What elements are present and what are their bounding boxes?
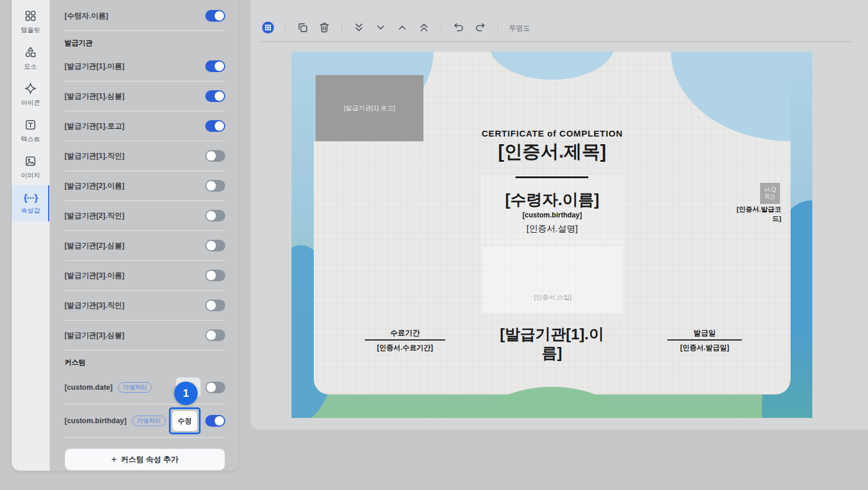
add-custom-attribute-button[interactable]: + 커스텀 속성 추가	[65, 448, 225, 471]
certificate-eyebrow[interactable]: CERTIFICATE of COMPLETION	[314, 128, 791, 138]
toggle-knob	[206, 271, 216, 280]
double-chevron-down-button[interactable]	[351, 20, 367, 36]
double-chevron-down-icon	[352, 21, 365, 36]
attribute-row: [발급기관[1].이름]	[65, 52, 225, 81]
annotation-highlight-box: 수정	[169, 407, 201, 434]
visibility-toggle[interactable]	[205, 60, 225, 72]
sidebar-item-templates[interactable]: 템플릿	[12, 4, 49, 40]
birthday-placeholder[interactable]: [custom.birthday]	[314, 211, 791, 219]
nav-rail: 템플릿요소아이콘텍스트이미지{···}속성값	[12, 0, 50, 471]
toggle-knob	[215, 91, 224, 101]
sidebar-item-images[interactable]: 이미지	[12, 149, 49, 185]
visibility-toggle[interactable]	[205, 10, 225, 22]
visibility-toggle[interactable]	[205, 180, 225, 192]
visibility-toggle[interactable]	[205, 300, 225, 311]
attribute-row: [수령자.이름]	[65, 1, 225, 31]
visibility-toggle[interactable]	[205, 90, 225, 102]
sidebar-item-label: 텍스트	[21, 135, 40, 144]
visibility-toggle[interactable]	[205, 240, 225, 251]
double-chevron-up-button[interactable]	[416, 20, 432, 36]
chevron-down-icon	[374, 21, 387, 36]
visibility-toggle[interactable]	[205, 382, 225, 393]
sidebar-item-label: 아이콘	[21, 98, 40, 107]
redo-icon	[474, 21, 487, 36]
chevron-up-button[interactable]	[394, 20, 411, 36]
undo-icon	[452, 21, 465, 36]
attribute-label: [발급기관[1].이름]	[65, 62, 124, 72]
plus-icon: +	[111, 455, 117, 464]
trash-button[interactable]	[316, 20, 333, 36]
qr-code-placeholder[interactable]: 서.Q R코	[760, 183, 780, 204]
sidebar-item-label: 속성값	[21, 206, 40, 215]
visibility-toggle[interactable]	[205, 415, 225, 427]
toggle-knob	[206, 211, 216, 220]
completion-period-block[interactable]: 수료기간 [인증서.수료기간]	[365, 328, 445, 353]
issue-date-block[interactable]: 발급일 [인증서.발급일]	[667, 328, 742, 353]
duplicate-button[interactable]	[294, 20, 311, 36]
certificate-title-placeholder[interactable]: [인증서.제목]	[314, 139, 791, 164]
toggle-knob	[206, 241, 216, 250]
completion-period-underline	[365, 339, 445, 341]
toolbar-separator	[441, 22, 442, 35]
issuer-name-placeholder[interactable]: [발급기관[1].이름]	[494, 325, 609, 362]
attribute-label: [발급기관[1].직인]	[65, 151, 124, 161]
attribute-label: [발급기관[1].로고]	[65, 121, 124, 131]
grid-icon	[24, 9, 37, 23]
skills-block-box[interactable]	[483, 247, 622, 313]
issue-date-label: 발급일	[667, 328, 742, 338]
attribute-label: [발급기관[1].심볼]	[65, 91, 124, 101]
visibility-toggle[interactable]	[205, 329, 225, 341]
attribute-label: [발급기관[2].이름]	[65, 181, 124, 191]
text-box-icon	[24, 118, 37, 132]
issue-code-placeholder[interactable]: [인증서.발급코드]	[731, 205, 781, 223]
sidebar-item-elements[interactable]: 요소	[12, 40, 49, 76]
toggle-knob	[206, 331, 216, 340]
pseudonymize-badge: 가명처리	[132, 416, 166, 426]
add-custom-attribute-label: 커스텀 속성 추가	[121, 454, 178, 465]
attribute-label: [수령자.이름]	[65, 11, 108, 21]
attribute-label: [발급기관[3].심볼]	[65, 331, 124, 341]
chevron-down-button[interactable]	[372, 20, 389, 36]
visibility-toggle[interactable]	[205, 210, 225, 222]
sidebar-item-text[interactable]: 텍스트	[12, 113, 49, 149]
sidebar-item-label: 요소	[24, 62, 37, 71]
redo-button[interactable]	[472, 20, 489, 36]
sidebar-item-label: 이미지	[21, 171, 40, 180]
skills-placeholder[interactable]: [인증서.스킬]	[483, 293, 622, 302]
attribute-label: [custom.date]	[65, 383, 113, 392]
section-header: 발급기관	[65, 31, 225, 52]
issuer-logo-label: [발급기관[1].로고]	[344, 104, 395, 113]
sidebar-item-attributes[interactable]: {···}속성값	[12, 185, 49, 222]
attribute-row: [custom.date]가명처리1	[65, 371, 225, 404]
recipient-name-placeholder[interactable]: [수령자.이름]	[314, 189, 791, 210]
edit-button[interactable]: 1	[176, 377, 201, 397]
attribute-row: [발급기관[2].이름]	[65, 171, 225, 201]
image-icon	[24, 155, 37, 169]
section-header: 커스텀	[65, 351, 225, 371]
toggle-knob	[215, 416, 224, 426]
grid-circle-button[interactable]	[260, 20, 276, 36]
description-placeholder[interactable]: [인증서.설명]	[314, 223, 791, 234]
attribute-row: [발급기관[3].심볼]	[65, 321, 225, 351]
attribute-row: [발급기관[2].직인]	[65, 201, 225, 231]
sidebar-item-icons[interactable]: 아이콘	[12, 76, 49, 113]
canvas-toolbar: 투명도	[250, 19, 868, 37]
attribute-row: [발급기관[1].직인]	[65, 141, 225, 171]
toggle-knob	[215, 11, 224, 21]
issue-date-placeholder: [인증서.발급일]	[667, 343, 742, 353]
visibility-toggle[interactable]	[205, 270, 225, 281]
visibility-toggle[interactable]	[205, 150, 225, 162]
certificate-canvas[interactable]: [발급기관[1].로고] CERTIFICATE of COMPLETION […	[291, 52, 812, 418]
undo-button[interactable]	[450, 20, 467, 36]
shapes-icon	[24, 46, 37, 60]
double-chevron-up-icon	[418, 21, 430, 36]
edit-button[interactable]: 수정	[172, 411, 197, 431]
title-divider[interactable]	[516, 176, 588, 178]
trash-icon	[318, 21, 331, 36]
attribute-rows: [수령자.이름]발급기관[발급기관[1].이름][발급기관[1].심볼][발급기…	[65, 1, 225, 438]
toggle-knob	[206, 301, 216, 310]
attribute-row: [발급기관[3].이름]	[65, 261, 225, 291]
visibility-toggle[interactable]	[205, 120, 225, 132]
opacity-label[interactable]: 투명도	[509, 23, 530, 33]
attribute-label: [발급기관[2].직인]	[65, 211, 124, 221]
